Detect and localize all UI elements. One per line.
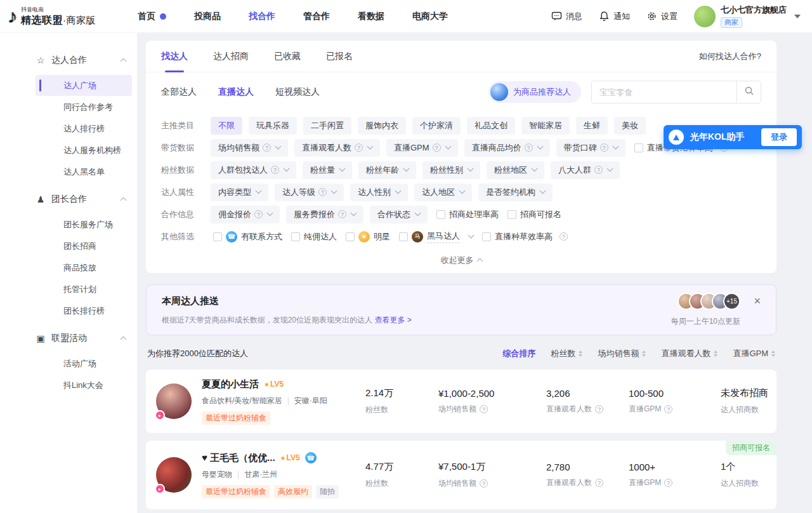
filter-checkbox-item[interactable]: 招商可报名 (508, 209, 561, 220)
messages-button[interactable]: 消息 (551, 11, 582, 22)
filter-chip[interactable]: 玩具乐器 (249, 117, 297, 135)
checkbox[interactable] (508, 210, 516, 219)
sidebar-item[interactable]: 团长服务广场 (36, 214, 132, 235)
influencer-card[interactable]: 招商可报名▸♥ 王毛毛（优优...LV5☎母婴宠物|甘肃·兰州最近带过奶粉辅食高… (146, 441, 776, 509)
search-button[interactable] (737, 81, 761, 103)
tab-2[interactable]: 达人招商 (213, 41, 249, 72)
filter-chip[interactable]: 粉丝地区 (487, 161, 544, 179)
settings-button[interactable]: 设置 (646, 11, 678, 22)
kol-login-button[interactable]: 登录 (761, 128, 797, 146)
checkbox[interactable] (213, 232, 222, 241)
sidebar-item[interactable]: 达人黑名单 (36, 161, 132, 182)
filter-chip[interactable]: 人群包找达人 (211, 161, 296, 179)
filter-chip-label: 佣金报价 (218, 209, 251, 220)
filter-chip[interactable]: 礼品文创 (467, 117, 515, 135)
filter-chip[interactable]: 直播GPM (386, 139, 458, 157)
close-icon[interactable]: × (754, 295, 761, 307)
checkbox[interactable] (346, 232, 355, 241)
filter-chip[interactable]: 二手闲置 (303, 117, 351, 135)
sort-option-2[interactable]: 粉丝数 (551, 348, 582, 359)
subtab-1[interactable]: 全部达人 (161, 86, 197, 98)
sidebar-item[interactable]: 达人服务机构榜 (36, 140, 132, 161)
nav-item-4[interactable]: 管合作 (303, 11, 330, 22)
filter-chip[interactable]: 达人等级 (275, 183, 344, 201)
sidebar-item[interactable]: 同行合作参考 (36, 97, 132, 117)
help-link[interactable]: 如何找达人合作? (699, 51, 761, 62)
filter-chip[interactable]: 八大人群 (551, 161, 620, 179)
checkbox[interactable] (634, 143, 643, 152)
sort-option-1[interactable]: 综合排序 (502, 348, 535, 359)
subtab-2[interactable]: 直播达人 (218, 86, 254, 98)
filter-chip[interactable]: 服饰内衣 (358, 117, 406, 135)
sidebar-item[interactable]: 达人广场 (36, 75, 132, 96)
influencer-name[interactable]: 夏夏的小生活 (202, 378, 259, 390)
filter-chip[interactable]: 佣金报价 (211, 206, 280, 223)
filter-checkbox-item[interactable]: ★明星 (346, 231, 390, 243)
influencer-card[interactable]: ▸夏夏的小生活LV5食品饮料/美妆/智能家居|安徽·阜阳最近带过奶粉辅食2.14… (146, 370, 776, 433)
filter-chip[interactable]: 美妆 (614, 117, 646, 135)
filter-chip[interactable]: 是否签约机构 (478, 183, 553, 201)
checkbox[interactable] (436, 210, 445, 219)
influencer-avatar[interactable]: ▸ (156, 383, 192, 419)
activity-icon: ▣ (36, 333, 46, 343)
filter-checkbox-item[interactable]: 招商处理率高 (436, 209, 499, 220)
sidebar-section-header[interactable]: ♟团长合作 (36, 189, 132, 210)
tab-1[interactable]: 找达人 (161, 41, 188, 72)
filter-chip[interactable]: 场均销售额 (211, 139, 288, 157)
filter-chip[interactable]: 生鲜 (576, 117, 608, 135)
filter-chip[interactable]: 粉丝性别 (422, 161, 480, 179)
search-input[interactable] (592, 81, 737, 103)
filter-chip[interactable]: 粉丝量 (303, 161, 352, 179)
nav-item-1[interactable]: 首页 (138, 11, 166, 22)
sidebar-item[interactable]: 抖Link大会 (36, 375, 132, 396)
sidebar-item[interactable]: 托管计划 (36, 279, 132, 300)
filter-chip[interactable]: 直播观看人数 (294, 139, 380, 157)
nav-item-3[interactable]: 找合作 (249, 11, 275, 22)
tab-3[interactable]: 已收藏 (274, 41, 301, 72)
filter-chip-label: 服务费报价 (294, 209, 335, 220)
sidebar-section-header[interactable]: ▣联盟活动 (36, 328, 132, 349)
sidebar-item[interactable]: 达人排行榜 (36, 118, 132, 139)
recommend-for-product-button[interactable]: 为商品推荐达人 (488, 81, 581, 103)
sort-arrows-icon (579, 350, 582, 357)
nav-item-5[interactable]: 看数据 (358, 11, 384, 22)
collapse-more-button[interactable]: 收起更多 (146, 248, 776, 273)
filter-checkbox-item[interactable]: 马黑马达人 (399, 230, 473, 243)
kol-assistant-widget[interactable]: 光年KOL助手 登录 (664, 125, 802, 149)
sidebar-item[interactable]: 团长排行榜 (36, 300, 132, 321)
filter-chip[interactable]: 智能家居 (521, 117, 570, 135)
filter-chip[interactable]: 内容类型 (211, 183, 268, 201)
tab-4[interactable]: 已报名 (326, 41, 353, 72)
influencer-name[interactable]: ♥ 王毛毛（优优... (202, 452, 275, 464)
filter-chip[interactable]: 带货口碑 (556, 139, 625, 157)
sort-option-3[interactable]: 场均销售额 (598, 348, 646, 359)
filter-chip[interactable]: 个护家清 (412, 117, 461, 135)
filter-checkbox-item[interactable]: 直播种草效率高 (482, 231, 568, 243)
sidebar-item[interactable]: 商品投放 (36, 257, 132, 278)
checkbox[interactable] (482, 232, 491, 241)
filter-chip[interactable]: 达人性别 (350, 183, 408, 201)
influencer-avatar[interactable]: ▸ (156, 457, 192, 493)
filter-checkbox-item[interactable]: 纯佣达人 (291, 231, 337, 243)
filter-chip[interactable]: 合作状态 (370, 206, 428, 223)
filter-chip[interactable]: 服务费报价 (286, 206, 363, 223)
filter-chip[interactable]: 不限 (211, 117, 242, 135)
account-menu[interactable]: 七小七官方旗舰店 商家 (694, 4, 801, 28)
sort-option-4[interactable]: 直播观看人数 (661, 348, 717, 359)
checkbox[interactable] (291, 232, 300, 241)
sidebar-section-header[interactable]: ☆达人合作 (36, 50, 132, 71)
sort-option-5[interactable]: 直播GPM (733, 348, 775, 359)
filter-chip[interactable]: 直播商品均价 (464, 139, 550, 157)
nav-item-6[interactable]: 电商大学 (412, 11, 448, 22)
sidebar-item[interactable]: 活动广场 (36, 353, 132, 374)
banner-see-more-link[interactable]: 查看更多 > (374, 316, 411, 324)
sidebar-item[interactable]: 团长招商 (36, 236, 132, 256)
notifications-button[interactable]: 通知 (599, 11, 630, 22)
filter-chip[interactable]: 达人地区 (414, 183, 472, 201)
checkbox[interactable] (399, 232, 408, 241)
filter-chip[interactable]: 粉丝年龄 (358, 161, 416, 179)
subtab-3[interactable]: 短视频达人 (275, 86, 320, 98)
filter-checkbox-item[interactable]: ☎有联系方式 (213, 231, 282, 243)
stat-value: 4.77万 (365, 461, 438, 473)
nav-item-2[interactable]: 投商品 (194, 11, 221, 22)
